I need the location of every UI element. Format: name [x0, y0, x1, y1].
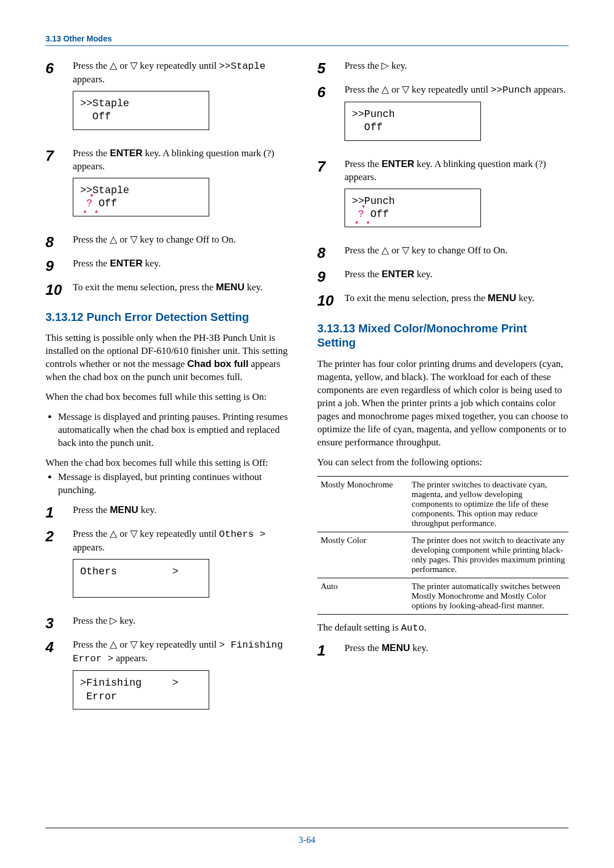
page-number: 3-64 [0, 835, 614, 845]
table-row: Auto The printer automatically switches … [317, 578, 569, 614]
bullet-list: Message is displayed and printing pauses… [58, 411, 297, 450]
step-number: 8 [45, 233, 65, 249]
step-number: 9 [45, 257, 65, 273]
option-desc: The printer does not switch to deactivat… [408, 532, 569, 578]
menu-key-label: MENU [216, 282, 244, 293]
step-5-right: 5 Press the ▷ key. [317, 60, 569, 76]
step-number: 4 [45, 639, 65, 654]
subsection-heading-3-13-12: 3.13.12 Punch Error Detection Setting [45, 311, 297, 324]
down-triangle-icon: ▽ [402, 245, 409, 256]
step-number: 2 [45, 528, 65, 544]
step-number: 1 [317, 642, 337, 658]
step-1-right: 1 Press the MENU key. [317, 642, 569, 658]
step-8-right: 8 Press the △ or ▽ key to change Off to … [317, 244, 569, 260]
step-text: Press the MENU key. [73, 504, 297, 517]
paragraph: When the chad box becomes full while thi… [45, 391, 297, 404]
up-triangle-icon: △ [110, 60, 117, 71]
step-text: Press the ENTER key. [345, 268, 569, 281]
subsection-heading-3-13-13: 3.13.13 Mixed Color/Monochrome Print Set… [317, 322, 569, 350]
step-text: To exit the menu selection, press the ME… [73, 281, 297, 294]
step-number: 6 [317, 84, 337, 99]
right-triangle-icon: ▷ [381, 60, 389, 71]
step-9-right: 9 Press the ENTER key. [317, 268, 569, 284]
down-triangle-icon: ▽ [402, 84, 409, 95]
blinking-cursor-icon: ▾?▴▴ [86, 197, 93, 210]
down-triangle-icon: ▽ [130, 234, 138, 245]
option-desc: The printer automatically switches betwe… [408, 578, 569, 614]
step-7-right: 7 Press the ENTER key. A blinking questi… [317, 158, 569, 237]
two-column-layout: 6 Press the △ or ▽ key repeatedly until … [45, 60, 569, 727]
enter-key-label: ENTER [381, 269, 414, 279]
step-number: 7 [317, 158, 337, 174]
up-triangle-icon: △ [381, 84, 389, 95]
step-text: Press the △ or ▽ key repeatedly until >>… [345, 84, 569, 150]
option-name: Mostly Monochrome [317, 476, 408, 532]
up-triangle-icon: △ [381, 245, 389, 256]
paragraph: The default setting is Auto. [317, 621, 569, 635]
step-7-left: 7 Press the ENTER key. A blinking questi… [45, 147, 297, 226]
up-triangle-icon: △ [110, 528, 117, 539]
step-text: Press the ENTER key. A blinking question… [345, 158, 569, 237]
step-text: Press the MENU key. [345, 642, 569, 655]
step-number: 7 [45, 147, 65, 163]
option-name: Mostly Color [317, 532, 408, 578]
up-triangle-icon: △ [110, 234, 117, 245]
step-number: 10 [45, 281, 65, 297]
table-row: Mostly Monochrome The printer switches t… [317, 476, 569, 532]
step-9-left: 9 Press the ENTER key. [45, 257, 297, 273]
step-number: 10 [317, 292, 337, 308]
paragraph: The printer has four color printing drum… [317, 358, 569, 449]
step-4-left: 4 Press the △ or ▽ key repeatedly until … [45, 639, 297, 719]
menu-key-label: MENU [488, 293, 516, 303]
options-table: Mostly Monochrome The printer switches t… [317, 476, 569, 615]
step-text: Press the △ or ▽ key to change Off to On… [345, 244, 569, 257]
step-10-left: 10 To exit the menu selection, press the… [45, 281, 297, 297]
step-text: Press the △ or ▽ key repeatedly until >>… [73, 60, 297, 139]
step-text: Press the △ or ▽ key repeatedly until > … [73, 639, 297, 719]
menu-key-label: MENU [110, 504, 138, 515]
footer-rule [45, 828, 569, 828]
step-text: Press the ▷ key. [345, 60, 569, 73]
option-name: Auto [317, 578, 408, 614]
step-text: Press the △ or ▽ key to change Off to On… [73, 233, 297, 247]
lcd-display: Others > [73, 559, 209, 598]
down-triangle-icon: ▽ [130, 60, 138, 71]
step-text: Press the ENTER key. [73, 257, 297, 270]
chad-box-full-label: Chad box full [187, 358, 248, 369]
step-6-right: 6 Press the △ or ▽ key repeatedly until … [317, 84, 569, 150]
step-text: Press the △ or ▽ key repeatedly until Ot… [73, 528, 297, 607]
step-text: Press the ▷ key. [73, 615, 297, 628]
section-header: 3.13 Other Modes [45, 34, 569, 46]
lcd-display: >>Staple ▾?▴▴ Off [73, 178, 209, 217]
list-item: Message is displayed, but printing conti… [58, 471, 297, 497]
enter-key-label: ENTER [381, 158, 414, 169]
blinking-cursor-icon: ▾?▴▴ [358, 208, 364, 221]
enter-key-label: ENTER [110, 148, 143, 158]
step-2-left: 2 Press the △ or ▽ key repeatedly until … [45, 528, 297, 607]
right-column: 5 Press the ▷ key. 6 Press the △ or ▽ ke… [317, 60, 569, 727]
down-triangle-icon: ▽ [130, 528, 138, 539]
left-column: 6 Press the △ or ▽ key repeatedly until … [45, 60, 297, 727]
step-number: 8 [317, 244, 337, 260]
bullet-list: Message is displayed, but printing conti… [58, 471, 297, 497]
paragraph: This setting is possible only when the P… [45, 332, 297, 384]
step-6-left: 6 Press the △ or ▽ key repeatedly until … [45, 60, 297, 139]
enter-key-label: ENTER [110, 258, 143, 269]
step-number: 9 [317, 268, 337, 284]
step-text: Press the ENTER key. A blinking question… [73, 147, 297, 226]
step-number: 5 [317, 60, 337, 76]
step-text: To exit the menu selection, press the ME… [345, 292, 569, 305]
step-number: 1 [45, 504, 65, 520]
step-3-left: 3 Press the ▷ key. [45, 615, 297, 631]
menu-key-label: MENU [381, 642, 410, 653]
list-item: Message is displayed and printing pauses… [58, 411, 297, 450]
step-10-right: 10 To exit the menu selection, press the… [317, 292, 569, 308]
lcd-display: >Finishing > Error [73, 670, 209, 710]
step-number: 3 [45, 615, 65, 631]
lcd-display: >>Punch Off [345, 102, 481, 141]
right-triangle-icon: ▷ [110, 615, 117, 626]
up-triangle-icon: △ [110, 639, 117, 650]
paragraph: When the chad box becomes full while thi… [45, 457, 297, 470]
step-8-left: 8 Press the △ or ▽ key to change Off to … [45, 233, 297, 249]
step-number: 6 [45, 60, 65, 76]
